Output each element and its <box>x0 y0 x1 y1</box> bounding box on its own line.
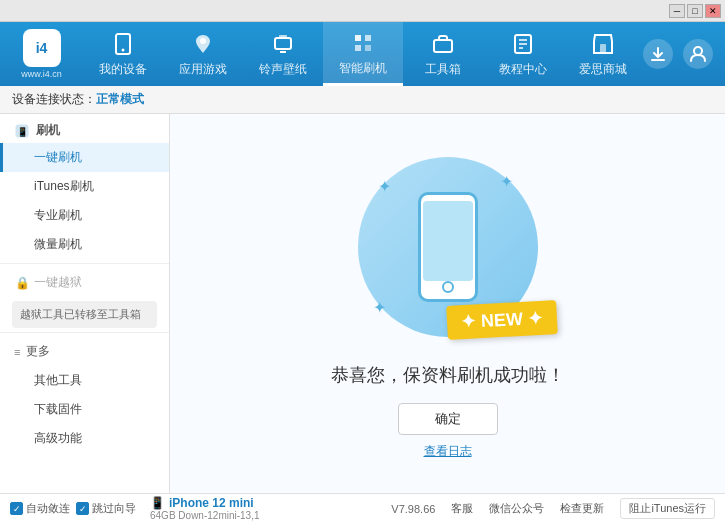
svg-point-13 <box>694 47 702 55</box>
flash-section-icon: 📱 <box>14 123 30 139</box>
svg-rect-11 <box>600 44 606 53</box>
success-title: 恭喜您，保资料刷机成功啦！ <box>331 363 565 387</box>
store-nav-icon <box>589 30 617 58</box>
device-name-row: 📱 iPhone 12 mini <box>150 496 260 510</box>
auto-connect-check-icon: ✓ <box>10 502 23 515</box>
phone-screen <box>423 201 473 281</box>
device-name-text: iPhone 12 mini <box>169 496 254 510</box>
svg-point-2 <box>200 38 206 44</box>
confirm-button[interactable]: 确定 <box>398 403 498 435</box>
nav-right-buttons <box>643 39 725 69</box>
wechat-link[interactable]: 微信公众号 <box>489 501 544 516</box>
bottom-left: ✓ 自动敛连 ✓ 跳过向导 📱 iPhone 12 mini 64GB Down… <box>10 496 387 521</box>
briefcase-nav-icon <box>429 30 457 58</box>
jailbreak-notice: 越狱工具已转移至工具箱 <box>12 301 157 328</box>
svg-text:📱: 📱 <box>17 126 29 138</box>
success-panel: ✦ ✦ ✦ ✦ NEW ✦ 恭喜您，保资料刷机成功啦！ 确定 查看日志 <box>331 147 565 460</box>
sidebar: 📱 刷机 一键刷机 iTunes刷机 专业刷机 微量刷机 🔒 一键越狱 越狱工具… <box>0 114 170 493</box>
nav-label-apps: 应用游戏 <box>179 61 227 78</box>
title-bar: ─ □ ✕ <box>0 0 725 22</box>
maximize-btn[interactable]: □ <box>687 4 703 18</box>
sparkle-tr: ✦ <box>500 172 513 191</box>
phone-illustration: ✦ ✦ ✦ ✦ NEW ✦ <box>348 147 548 347</box>
support-link[interactable]: 客服 <box>451 501 473 516</box>
sparkle-tl: ✦ <box>378 177 391 196</box>
nav-item-tutorial[interactable]: 教程中心 <box>483 22 563 86</box>
sidebar-divider-1 <box>0 263 169 264</box>
nav-item-toolbox[interactable]: 工具箱 <box>403 22 483 86</box>
book-nav-icon <box>509 30 537 58</box>
version-text: V7.98.66 <box>391 503 435 515</box>
svg-rect-6 <box>434 40 452 52</box>
phone-nav-icon <box>109 30 137 58</box>
nav-label-ringtones: 铃声壁纸 <box>259 61 307 78</box>
micro-flash-label: 微量刷机 <box>34 237 82 251</box>
one-key-flash-label: 一键刷机 <box>34 150 82 164</box>
auto-connect-checkbox[interactable]: ✓ 自动敛连 <box>10 501 70 516</box>
device-phone-icon: 📱 <box>150 496 165 510</box>
content-area: ✦ ✦ ✦ ✦ NEW ✦ 恭喜您，保资料刷机成功啦！ 确定 查看日志 <box>170 114 725 493</box>
logo-text: i4 <box>36 40 48 56</box>
phone-home-btn <box>442 281 454 293</box>
new-badge: ✦ NEW ✦ <box>447 300 559 340</box>
status-bar: 设备连接状态： 正常模式 <box>0 86 725 114</box>
logo-subtitle: www.i4.cn <box>21 69 62 79</box>
refresh-nav-icon <box>349 29 377 57</box>
sparkle-bl: ✦ <box>373 298 386 317</box>
device-model: Down-12mini-13,1 <box>178 510 259 521</box>
advanced-label: 高级功能 <box>34 431 82 445</box>
device-meta: 64GB Down-12mini-13,1 <box>150 510 260 521</box>
skip-wizard-check-icon: ✓ <box>76 502 89 515</box>
nav-item-my-device[interactable]: 我的设备 <box>83 22 163 86</box>
view-log-link[interactable]: 查看日志 <box>424 443 472 460</box>
svg-rect-4 <box>279 35 287 39</box>
nav-label-tutorial: 教程中心 <box>499 61 547 78</box>
lock-icon: 🔒 <box>14 275 30 291</box>
nav-item-ringtones[interactable]: 铃声壁纸 <box>243 22 323 86</box>
skip-wizard-checkbox[interactable]: ✓ 跳过向导 <box>76 501 136 516</box>
minimize-btn[interactable]: ─ <box>669 4 685 18</box>
sidebar-item-micro-flash[interactable]: 微量刷机 <box>0 230 169 259</box>
nav-label-my-device: 我的设备 <box>99 61 147 78</box>
sidebar-section-flash: 📱 刷机 <box>0 114 169 143</box>
sidebar-item-itunes-flash[interactable]: iTunes刷机 <box>0 172 169 201</box>
sidebar-item-one-key-flash[interactable]: 一键刷机 <box>0 143 169 172</box>
more-icon: ≡ <box>14 346 20 358</box>
sidebar-divider-2 <box>0 332 169 333</box>
stop-itunes-btn[interactable]: 阻止iTunes运行 <box>620 498 715 519</box>
sidebar-item-other-tools[interactable]: 其他工具 <box>0 366 169 395</box>
main-area: 📱 刷机 一键刷机 iTunes刷机 专业刷机 微量刷机 🔒 一键越狱 越狱工具… <box>0 114 725 493</box>
flash-section-label: 刷机 <box>36 122 60 139</box>
itunes-flash-label: iTunes刷机 <box>34 179 94 193</box>
device-info: 📱 iPhone 12 mini 64GB Down-12mini-13,1 <box>150 496 260 521</box>
download-btn[interactable] <box>643 39 673 69</box>
download-firmware-label: 下载固件 <box>34 402 82 416</box>
app-logo: i4 www.i4.cn <box>0 29 83 79</box>
sidebar-more-section: ≡ 更多 <box>0 337 169 366</box>
user-btn[interactable] <box>683 39 713 69</box>
bottom-right: V7.98.66 客服 微信公众号 检查更新 阻止iTunes运行 <box>391 498 715 519</box>
sidebar-jailbreak-section: 🔒 一键越狱 <box>0 268 169 297</box>
grid-nav-icon <box>189 30 217 58</box>
other-tools-label: 其他工具 <box>34 373 82 387</box>
jailbreak-notice-text: 越狱工具已转移至工具箱 <box>20 308 141 320</box>
sidebar-item-pro-flash[interactable]: 专业刷机 <box>0 201 169 230</box>
device-storage: 64GB <box>150 510 176 521</box>
sidebar-item-advanced[interactable]: 高级功能 <box>0 424 169 453</box>
logo-icon: i4 <box>23 29 61 67</box>
nav-label-mall: 爱思商城 <box>579 61 627 78</box>
update-link[interactable]: 检查更新 <box>560 501 604 516</box>
nav-item-apps-games[interactable]: 应用游戏 <box>163 22 243 86</box>
status-label: 设备连接状态： <box>12 91 96 108</box>
status-value: 正常模式 <box>96 91 144 108</box>
phone-body <box>418 192 478 302</box>
nav-item-smart-flash[interactable]: 智能刷机 <box>323 22 403 86</box>
more-label: 更多 <box>26 343 50 360</box>
nav-item-mall[interactable]: 爱思商城 <box>563 22 643 86</box>
close-btn[interactable]: ✕ <box>705 4 721 18</box>
nav-items: 我的设备 应用游戏 铃声壁纸 <box>83 22 643 86</box>
sidebar-item-download-firmware[interactable]: 下载固件 <box>0 395 169 424</box>
top-nav: i4 www.i4.cn 我的设备 应用游戏 <box>0 22 725 86</box>
jailbreak-label: 一键越狱 <box>34 274 82 291</box>
bell-nav-icon <box>269 30 297 58</box>
